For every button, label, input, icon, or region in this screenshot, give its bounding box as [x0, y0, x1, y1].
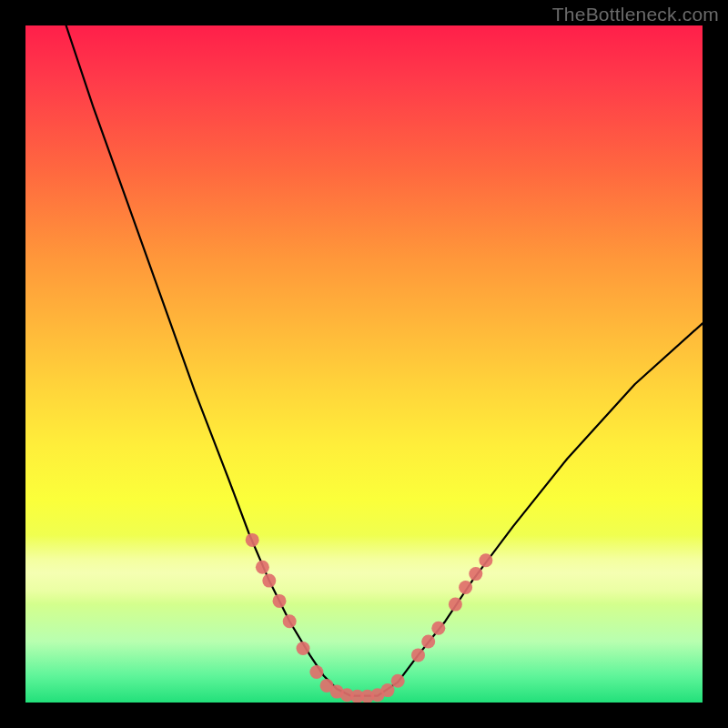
svg-point-2 [262, 574, 276, 588]
highlight-band [25, 535, 703, 604]
svg-point-7 [320, 679, 334, 693]
svg-point-14 [391, 674, 405, 688]
svg-point-1 [256, 561, 269, 574]
watermark-text: TheBottleneck.com [552, 4, 719, 25]
chart-frame: TheBottleneck.com [0, 0, 728, 728]
svg-point-15 [411, 648, 425, 662]
svg-point-12 [370, 688, 384, 702]
svg-point-4 [283, 614, 297, 628]
svg-point-17 [431, 622, 445, 635]
plot-area [25, 25, 703, 703]
svg-point-5 [297, 642, 310, 655]
svg-point-20 [469, 567, 482, 581]
svg-point-10 [350, 690, 364, 703]
svg-point-9 [340, 688, 354, 702]
svg-point-6 [309, 665, 323, 679]
chart-svg [25, 25, 703, 703]
curve-line [66, 25, 703, 696]
svg-point-19 [459, 581, 472, 594]
svg-point-11 [360, 690, 374, 703]
svg-point-13 [381, 683, 395, 697]
svg-point-21 [479, 553, 492, 567]
svg-point-16 [421, 635, 435, 649]
svg-point-8 [330, 685, 344, 699]
svg-point-18 [449, 598, 462, 612]
marker-dots [246, 533, 493, 703]
svg-point-3 [273, 594, 287, 608]
svg-point-0 [246, 533, 259, 547]
